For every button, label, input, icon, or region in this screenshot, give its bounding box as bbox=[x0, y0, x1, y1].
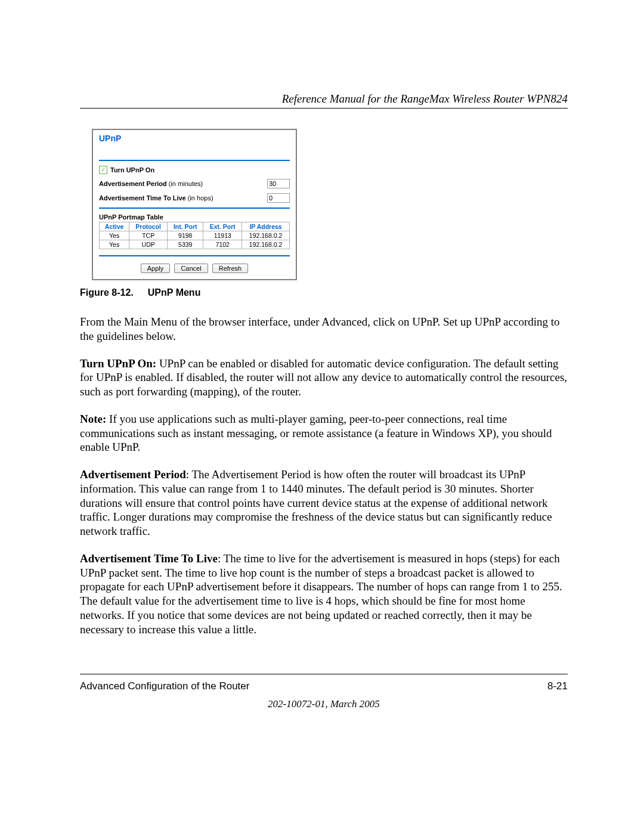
cell-ext-port: 7102 bbox=[203, 240, 242, 249]
col-protocol: Protocol bbox=[129, 222, 168, 231]
upnp-divider-bottom bbox=[99, 255, 290, 256]
footer-rule bbox=[80, 674, 568, 674]
adv-period-input[interactable]: 30 bbox=[267, 179, 290, 188]
paragraph-note: Note: If you use applications such as mu… bbox=[80, 412, 568, 454]
refresh-button[interactable]: Refresh bbox=[212, 264, 249, 273]
upnp-title: UPnP bbox=[99, 134, 290, 143]
adv-ttl-label: Advertisement Time To Live (in hops) bbox=[99, 194, 213, 202]
body-text: From the Main Menu of the browser interf… bbox=[80, 315, 568, 636]
cell-active: Yes bbox=[100, 231, 129, 240]
portmap-header-row: Active Protocol Int. Port Ext. Port IP A… bbox=[100, 222, 290, 231]
running-header: Reference Manual for the RangeMax Wirele… bbox=[80, 92, 568, 106]
cell-ip: 192.168.0.2 bbox=[242, 240, 290, 249]
upnp-divider-top bbox=[99, 160, 290, 161]
adv-period-label: Advertisement Period (in minutes) bbox=[99, 180, 203, 187]
apply-button[interactable]: Apply bbox=[141, 264, 171, 273]
col-active: Active bbox=[100, 222, 129, 231]
cancel-button[interactable]: Cancel bbox=[174, 264, 208, 273]
header-rule bbox=[80, 108, 568, 109]
figure-number: Figure 8-12. bbox=[80, 287, 134, 298]
table-row: Yes TCP 9198 11913 192.168.0.2 bbox=[100, 231, 290, 240]
upnp-divider-mid bbox=[99, 208, 290, 209]
cell-int-port: 9198 bbox=[168, 231, 203, 240]
paragraph-adv-period: Advertisement Period: The Advertisement … bbox=[80, 467, 568, 538]
paragraph-turn-upnp-on: Turn UPnP On: UPnP can be enabled or dis… bbox=[80, 357, 568, 399]
cell-protocol: TCP bbox=[129, 231, 168, 240]
adv-period-unit: (in minutes) bbox=[167, 180, 203, 187]
turn-upnp-on-checkbox[interactable]: ✓ bbox=[99, 166, 107, 174]
footer-page-number: 8-21 bbox=[547, 680, 568, 692]
adv-ttl-input[interactable]: 0 bbox=[267, 193, 290, 203]
portmap-table: Active Protocol Int. Port Ext. Port IP A… bbox=[99, 222, 290, 249]
cell-int-port: 5339 bbox=[168, 240, 203, 249]
page-footer: Advanced Configuration of the Router 8-2… bbox=[80, 674, 568, 710]
footer-section: Advanced Configuration of the Router bbox=[80, 680, 249, 692]
table-row: Yes UDP 5339 7102 192.168.0.2 bbox=[100, 240, 290, 249]
turn-upnp-on-label: Turn UPnP On bbox=[110, 166, 154, 174]
adv-period-label-bold: Advertisement Period bbox=[99, 180, 167, 187]
col-ext-port: Ext. Port bbox=[203, 222, 242, 231]
lead-turn-upnp-on: Turn UPnP On: bbox=[80, 357, 159, 370]
cell-active: Yes bbox=[100, 240, 129, 249]
cell-ip: 192.168.0.2 bbox=[242, 231, 290, 240]
col-ip: IP Address bbox=[242, 222, 290, 231]
figure-caption: Figure 8-12.UPnP Menu bbox=[80, 287, 568, 298]
figure-title: UPnP Menu bbox=[148, 287, 201, 298]
paragraph-adv-ttl: Advertisement Time To Live: The time to … bbox=[80, 552, 568, 637]
upnp-menu-screenshot: UPnP ✓ Turn UPnP On Advertisement Period… bbox=[92, 129, 297, 280]
col-int-port: Int. Port bbox=[168, 222, 203, 231]
adv-ttl-label-bold: Advertisement Time To Live bbox=[99, 194, 186, 202]
adv-ttl-unit: (in hops) bbox=[186, 194, 213, 202]
portmap-heading: UPnP Portmap Table bbox=[99, 213, 290, 221]
body-note: If you use applications such as multi-pl… bbox=[80, 413, 552, 454]
lead-adv-period: Advertisement Period bbox=[80, 468, 186, 481]
cell-protocol: UDP bbox=[129, 240, 168, 249]
footer-docid: 202-10072-01, March 2005 bbox=[80, 698, 568, 710]
paragraph-intro: From the Main Menu of the browser interf… bbox=[80, 315, 568, 343]
button-row: Apply Cancel Refresh bbox=[99, 264, 290, 273]
lead-note: Note: bbox=[80, 413, 109, 425]
cell-ext-port: 11913 bbox=[203, 231, 242, 240]
lead-adv-ttl: Advertisement Time To Live bbox=[80, 552, 218, 565]
